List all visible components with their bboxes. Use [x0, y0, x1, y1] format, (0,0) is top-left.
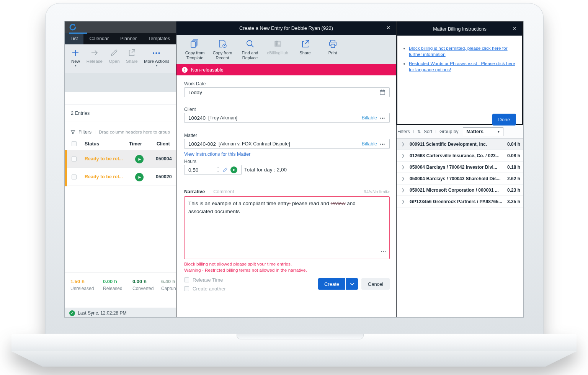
chevron-right-icon[interactable]: ❯ [397, 142, 410, 146]
non-releasable-banner: ! Non-releasable [176, 64, 396, 75]
pencil-icon [110, 47, 118, 58]
tab-comment[interactable]: Comment [213, 189, 234, 194]
play-timer-button[interactable]: ▶ [135, 155, 144, 163]
entry-modal-title: Create a New Entry for Debbie Ryan (922) [239, 25, 333, 31]
copy-recent-icon [217, 39, 227, 49]
view-instructions-link[interactable]: View instructions for this Matter [184, 152, 250, 157]
laptop-base-edge [11, 351, 577, 367]
matter-row[interactable]: ❯ 050004 Barclays / 700043 Sharehold Dis… [397, 173, 524, 184]
find-replace-button[interactable]: Find andReplace [238, 39, 262, 60]
release-button[interactable]: Release [87, 47, 103, 64]
chevron-right-icon[interactable]: ❯ [397, 188, 410, 192]
table-row[interactable]: Ready to be rel... ▶ 050004 [65, 150, 176, 168]
new-button[interactable]: New ▾ [71, 47, 80, 67]
row-accent-bar [65, 150, 67, 186]
matter-row[interactable]: ❯ GP123456 Greenrock Partners / PA98765.… [397, 196, 524, 207]
billing-modal-body: Block billing is not permitted, please c… [397, 46, 522, 134]
tab-calendar[interactable]: Calendar [83, 33, 114, 44]
close-icon[interactable]: ✕ [386, 25, 390, 31]
chevron-right-icon[interactable]: ❯ [397, 176, 410, 181]
column-status[interactable]: Status [85, 141, 99, 147]
edit-hours-pencil-icon[interactable] [222, 167, 228, 173]
tab-narrative[interactable]: Narrative [184, 189, 205, 194]
copy-from-recent-button[interactable]: Copy fromRecent [210, 39, 235, 60]
tab-templates[interactable]: Templates [142, 33, 176, 44]
create-button[interactable]: Create [318, 278, 345, 290]
matter-billable-badge[interactable]: Billable [362, 141, 377, 147]
share-entry-button[interactable]: Share [293, 39, 317, 55]
cancel-button[interactable]: Cancel [361, 278, 390, 290]
entries-panel: List Calendar Planner Templates New ▾ [65, 21, 176, 318]
chevron-right-icon[interactable]: ❯ [397, 153, 410, 158]
struck-text: review [330, 201, 345, 206]
laptop-notch [237, 334, 364, 339]
copy-from-template-button[interactable]: Copy fromTemplate [183, 39, 207, 60]
open-button[interactable]: Open [109, 47, 119, 64]
table-row[interactable]: Ready to be rel... ▶ 050020 [65, 168, 176, 186]
list-item: Block billing is not permitted, please c… [409, 46, 517, 57]
release-time-checkbox[interactable] [184, 277, 189, 282]
create-entry-modal: Create a New Entry for Debbie Ryan (922)… [176, 21, 397, 318]
app-screen: List Calendar Planner Templates New ▾ [64, 21, 524, 318]
filters-label[interactable]: Filters [78, 129, 91, 135]
matter-input[interactable]: 100240-002 [Aikman v. FOX Contract Dispu… [184, 139, 390, 149]
filters-row: Filters | Drag column headers here to gr… [65, 126, 176, 139]
narrative-textarea[interactable]: This is an example of a compliant time e… [184, 196, 390, 259]
ebillinghub-button[interactable]: eBillingHub [265, 39, 290, 55]
caret-down-icon: ▾ [75, 64, 77, 67]
tab-planner[interactable]: Planner [114, 33, 142, 44]
hours-stepper[interactable]: ⌃⌄ [217, 168, 219, 172]
narrative-tabs: Narrative Comment 94/<No limit> [184, 189, 390, 194]
search-icon [245, 39, 255, 49]
entries-toolbar: New ▾ Release Open [65, 44, 176, 73]
create-dropdown-button[interactable] [346, 278, 358, 290]
view-tabs: List Calendar Planner Templates [65, 33, 176, 44]
narrative-expand-icon[interactable]: … [381, 246, 386, 254]
chevron-right-icon[interactable]: ❯ [397, 199, 410, 204]
drag-hint: Drag column headers here to group [99, 129, 170, 135]
stat-unreleased: 1.50 h Unreleased [70, 279, 94, 291]
filter-funnel-icon[interactable] [70, 130, 75, 135]
row-checkbox[interactable] [72, 157, 77, 161]
column-timer[interactable]: Timer [129, 141, 142, 147]
matter-row[interactable]: ❯ 012668 Cartersville Insurance, Co. / 0… [397, 150, 524, 161]
more-actions-button[interactable]: ••• More Actions ▾ [144, 47, 169, 67]
client-input[interactable]: 100240 [Troy Aikman] Billable … [184, 113, 390, 123]
print-button[interactable]: Print [320, 39, 345, 55]
close-icon[interactable]: ✕ [513, 26, 517, 32]
last-sync-text: Last Sync. 12:02:28 PM [78, 310, 126, 316]
play-timer-button[interactable]: ▶ [135, 173, 144, 181]
sync-logo-icon [69, 23, 77, 31]
hours-input[interactable]: 0,50 ⌃⌄ ▶ [184, 165, 242, 175]
create-another-checkbox[interactable] [184, 286, 189, 291]
block-billing-link[interactable]: Block billing is not permitted, please c… [409, 46, 508, 57]
billing-modal-titlebar: Matter Billing Instructions ✕ [397, 22, 522, 36]
matter-row[interactable]: ❯ 050004 Barclays / 700042 Investor Divi… [397, 161, 524, 173]
stat-converted: 0.00 h Converted [132, 279, 154, 291]
restricted-words-link[interactable]: Restricted Words or Phrases exist - Plea… [409, 61, 515, 72]
done-button[interactable]: Done [492, 114, 516, 126]
share-icon [301, 39, 310, 49]
client-billable-badge[interactable]: Billable [362, 115, 377, 121]
tab-list[interactable]: List [65, 33, 83, 44]
ellipsis-menu-icon[interactable]: … [380, 141, 385, 144]
column-client[interactable]: Client [157, 141, 170, 147]
row-checkbox[interactable] [72, 174, 77, 179]
share-button[interactable]: Share [126, 47, 138, 64]
empty-row [65, 92, 176, 104]
entries-count: 2 Entries [65, 104, 176, 122]
calendar-icon[interactable] [379, 89, 385, 95]
start-timer-button[interactable]: ▶ [230, 166, 237, 173]
table-header: Status Timer Client [65, 139, 176, 150]
restricted-terms-warning: Warning - Restricted billing terms not a… [184, 267, 390, 273]
stats-divider [65, 272, 176, 272]
client-label: Client [184, 107, 196, 112]
matter-row[interactable]: ❯ 000911 Scientific Development, Inc. 0.… [397, 139, 524, 150]
ellipsis-menu-icon[interactable]: … [380, 115, 385, 118]
matter-row[interactable]: ❯ 050021 Microsoft Corporation / 000001 … [397, 184, 524, 196]
select-all-checkbox[interactable] [72, 141, 77, 146]
matters-panel: Matter Billing Instructions ✕ Block bill… [397, 21, 524, 318]
print-icon [328, 39, 338, 49]
work-date-input[interactable]: Today [184, 87, 390, 97]
chevron-right-icon[interactable]: ❯ [397, 165, 410, 169]
